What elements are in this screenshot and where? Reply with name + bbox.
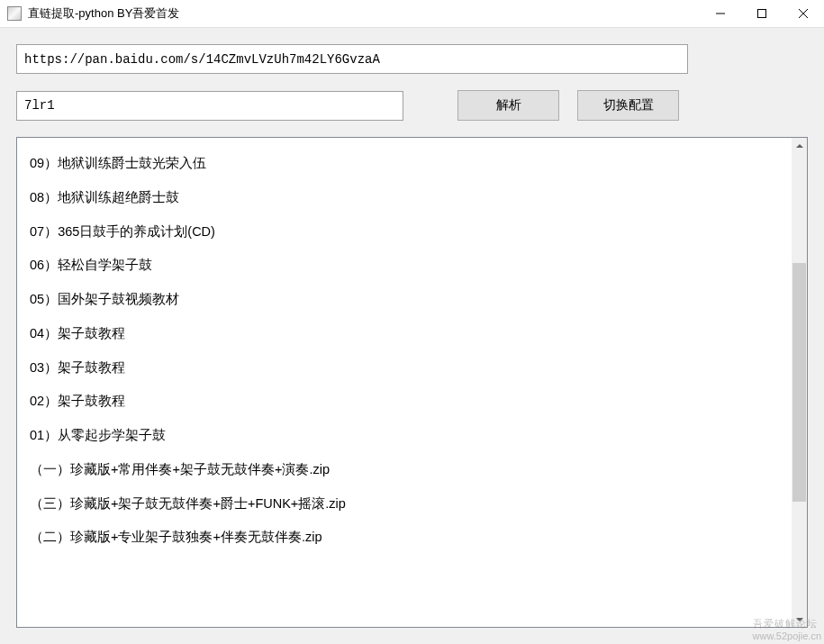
svg-marker-4 <box>796 144 803 148</box>
list-item[interactable]: 08）地狱训练超绝爵士鼓 <box>30 181 779 215</box>
close-button[interactable] <box>783 0 824 27</box>
parse-button[interactable]: 解析 <box>457 90 559 121</box>
minimize-icon <box>716 9 725 18</box>
window-title: 直链提取-python BY吾爱首发 <box>28 5 700 22</box>
list-item[interactable]: （三）珍藏版+架子鼓无鼓伴奏+爵士+FUNK+摇滚.zip <box>30 487 779 522</box>
app-icon <box>7 6 22 21</box>
file-list-container: 09）地狱训练爵士鼓光荣入伍 08）地狱训练超绝爵士鼓 07）365日鼓手的养成… <box>16 137 808 628</box>
app-window: 直链提取-python BY吾爱首发 解析 切换配置 09）地狱训练爵士鼓光荣入… <box>0 0 824 644</box>
list-item[interactable]: 03）架子鼓教程 <box>30 351 779 385</box>
list-item[interactable]: 07）365日鼓手的养成计划(CD) <box>30 215 779 249</box>
list-item[interactable]: （一）珍藏版+常用伴奏+架子鼓无鼓伴奏+演奏.zip <box>30 453 779 487</box>
url-input[interactable] <box>16 44 688 74</box>
maximize-icon <box>757 9 766 18</box>
chevron-up-icon <box>796 144 803 148</box>
maximize-button[interactable] <box>741 0 783 27</box>
list-item[interactable]: 01）从零起步学架子鼓 <box>30 419 779 453</box>
list-item[interactable]: （二）珍藏版+专业架子鼓独奏+伴奏无鼓伴奏.zip <box>30 521 779 555</box>
list-item[interactable]: 04）架子鼓教程 <box>30 317 779 351</box>
code-input[interactable] <box>16 91 403 121</box>
content-area: 解析 切换配置 09）地狱训练爵士鼓光荣入伍 08）地狱训练超绝爵士鼓 07）3… <box>0 28 824 644</box>
chevron-down-icon <box>796 618 803 621</box>
minimize-button[interactable] <box>700 0 741 27</box>
svg-rect-1 <box>758 10 766 18</box>
scroll-up-button[interactable] <box>792 138 807 153</box>
list-item[interactable]: 02）架子鼓教程 <box>30 385 779 419</box>
window-controls <box>700 0 824 27</box>
list-item[interactable]: 09）地狱训练爵士鼓光荣入伍 <box>30 147 779 181</box>
list-item[interactable]: 05）国外架子鼓视频教材 <box>30 283 779 317</box>
controls-row: 解析 切换配置 <box>16 90 808 121</box>
scroll-down-button[interactable] <box>792 612 807 627</box>
svg-marker-5 <box>796 618 803 621</box>
scroll-thumb[interactable] <box>792 263 806 502</box>
file-list[interactable]: 09）地狱训练爵士鼓光荣入伍 08）地狱训练超绝爵士鼓 07）365日鼓手的养成… <box>17 138 792 627</box>
scrollbar[interactable] <box>792 138 807 627</box>
list-item[interactable]: 06）轻松自学架子鼓 <box>30 249 779 283</box>
switch-config-button[interactable]: 切换配置 <box>577 90 679 121</box>
close-icon <box>799 9 808 18</box>
scroll-track[interactable] <box>792 153 807 612</box>
titlebar[interactable]: 直链提取-python BY吾爱首发 <box>0 0 824 28</box>
